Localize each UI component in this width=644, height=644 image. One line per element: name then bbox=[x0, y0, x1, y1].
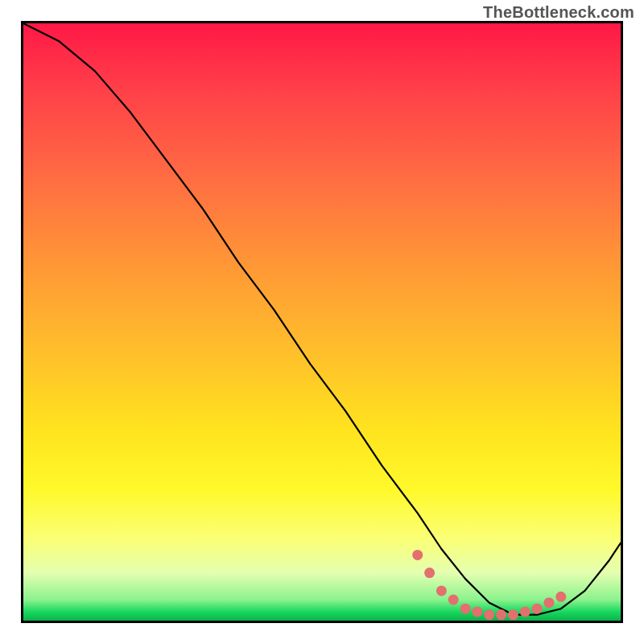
bottleneck-curve bbox=[23, 23, 621, 615]
highlight-dot bbox=[436, 585, 447, 596]
highlight-dot bbox=[532, 604, 543, 614]
highlight-dot bbox=[472, 606, 482, 617]
highlight-dot bbox=[555, 592, 566, 602]
highlight-dot bbox=[544, 597, 555, 608]
highlight-dot bbox=[520, 606, 530, 617]
highlight-dot bbox=[484, 609, 494, 620]
highlight-dot bbox=[496, 609, 506, 620]
highlight-dot bbox=[508, 609, 518, 620]
figure-container: TheBottleneck.com bbox=[0, 0, 644, 644]
plot-area bbox=[21, 21, 623, 623]
highlight-dot bbox=[412, 550, 423, 560]
chart-svg bbox=[23, 23, 621, 621]
highlight-dot bbox=[460, 604, 471, 614]
attribution-text: TheBottleneck.com bbox=[483, 3, 634, 22]
highlight-dot bbox=[448, 595, 459, 605]
optimal-range-highlight-group bbox=[412, 550, 566, 620]
highlight-dot bbox=[424, 568, 435, 578]
